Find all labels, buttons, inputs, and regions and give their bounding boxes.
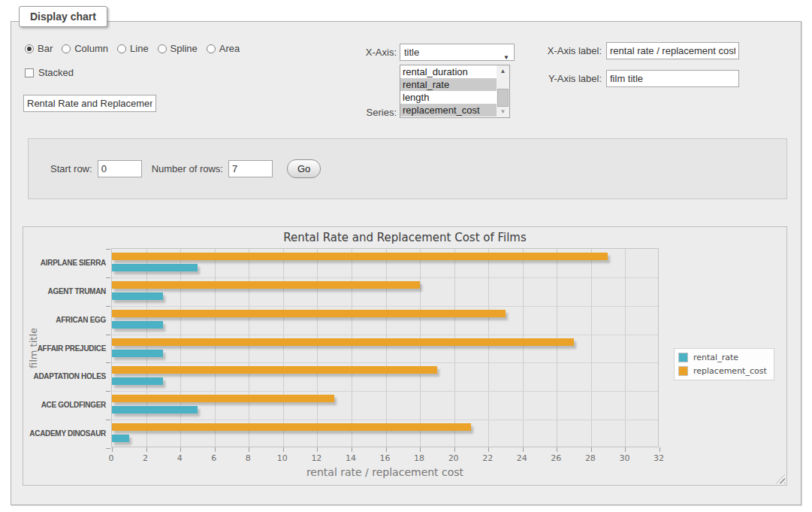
series-option-rental_duration[interactable]: rental_duration [400,65,497,78]
x-tick-mark [420,447,421,452]
x-tick-label: 20 [442,453,465,463]
scroll-down-icon[interactable]: ▼ [497,106,509,117]
gridline [523,249,524,447]
x-tick-mark [454,447,455,452]
series-option-rental_rate[interactable]: rental_rate [400,78,497,91]
x-tick-mark [317,447,318,452]
series-multiselect[interactable]: rental_durationrental_ratelengthreplacem… [400,65,510,118]
x-tick-label: 12 [305,453,328,463]
bar-replacement_cost [112,395,334,402]
gridline [112,306,658,307]
chart-plot-area [111,248,659,447]
x-tick-label: 32 [647,453,670,463]
scroll-up-icon[interactable]: ▲ [497,65,509,77]
category-label: ACE GOLDFINGER [23,401,106,409]
radio-icon[interactable] [117,44,126,53]
start-row-input[interactable] [98,160,142,177]
x-tick-mark [249,447,249,452]
category-label: ADAPTATION HOLES [23,372,106,380]
bar-replacement_cost [112,366,437,374]
scrollbar-thumb[interactable] [497,89,509,107]
radio-label: Area [219,43,240,54]
chart-container: Rental Rate and Replacement Cost of Film… [23,226,787,486]
category-label: ACADEMY DINOSAUR [23,429,106,438]
chart-title: Rental Rate and Replacement Cost of Film… [23,231,786,244]
bar-replacement_cost [112,281,420,289]
x-tick-label: 22 [476,453,499,463]
x-tick-label: 4 [168,453,191,463]
x-tick-mark [180,447,181,452]
x-axis-select-label: X-Axis: [347,47,397,58]
gridline [283,249,284,447]
gridline [352,249,352,447]
gridline [454,249,455,447]
y-tick-mark [106,391,110,392]
gridline [180,249,181,447]
bar-rental_rate [112,321,163,329]
legend-label: rental_rate [693,353,738,362]
bar-rental_rate [112,264,198,271]
y-tick-mark [106,335,110,335]
x-tick-mark [660,447,660,452]
x-tick-mark [523,447,524,452]
chart-type-area[interactable]: Area [207,43,240,54]
x-tick-label: 6 [203,453,225,463]
chart-type-line[interactable]: Line [117,43,149,54]
x-tick-mark [386,447,387,452]
stacked-checkbox-row[interactable]: Stacked [25,67,74,78]
radio-icon[interactable] [207,44,216,53]
x-tick-label: 30 [613,453,635,463]
start-row-label: Start row: [50,163,92,174]
legend-item: rental_rate [678,353,767,362]
x-tick-label: 28 [579,453,602,463]
x-tick-label: 18 [408,453,430,463]
radio-label: Bar [38,43,53,54]
x-tick-mark [112,447,113,452]
category-label: AGENT TRUMAN [23,287,106,295]
x-axis-title: rental rate / replacement cost [111,466,659,478]
chart-title-input[interactable] [23,95,156,112]
bar-replacement_cost [112,310,506,317]
chart-type-bar[interactable]: Bar [25,43,53,54]
y-tick-mark [106,420,110,420]
stacked-checkbox[interactable] [25,68,34,77]
gridline [215,249,216,447]
stacked-label: Stacked [38,67,74,78]
bar-replacement_cost [112,423,471,431]
category-label: AIRPLANE SIERRA [23,259,106,267]
legend-label: replacement_cost [693,366,767,376]
chart-type-column[interactable]: Column [62,43,108,54]
chart-type-spline[interactable]: Spline [158,43,198,54]
go-button[interactable]: Go [287,159,321,178]
y-axis-label-field-label: Y-Axis label: [537,73,602,84]
category-label: AFRICAN EGG [23,316,106,324]
chart-legend: rental_ratereplacement_cost [674,348,774,380]
gridline [112,277,658,278]
gridline [420,249,421,447]
gridline [488,249,489,447]
radio-icon[interactable] [62,44,71,53]
gridline [317,249,318,447]
radio-icon[interactable] [25,44,34,53]
bar-replacement_cost [112,253,608,260]
bar-rental_rate [112,292,163,300]
x-tick-label: 0 [100,453,122,463]
x-tick-label: 24 [511,453,533,463]
x-tick-mark [352,447,352,452]
radio-icon[interactable] [158,44,167,53]
series-option-length[interactable]: length [400,91,497,104]
x-tick-label: 2 [134,453,157,463]
chart-type-radio-group: BarColumnLineSplineArea [25,43,240,54]
y-tick-mark [106,362,110,363]
x-axis-select[interactable]: title ▼ [400,44,515,61]
gridline [625,249,626,447]
x-axis-label-input[interactable] [606,42,739,59]
y-tick-mark [106,448,110,449]
series-scrollbar[interactable]: ▲ ▼ [497,65,509,117]
gridline [591,249,592,447]
series-option-replacement_cost[interactable]: replacement_cost [400,104,497,117]
y-axis-label-input[interactable] [606,70,739,87]
num-rows-input[interactable] [228,160,273,177]
resize-handle-icon[interactable] [776,474,785,483]
num-rows-label: Number of rows: [152,163,223,174]
